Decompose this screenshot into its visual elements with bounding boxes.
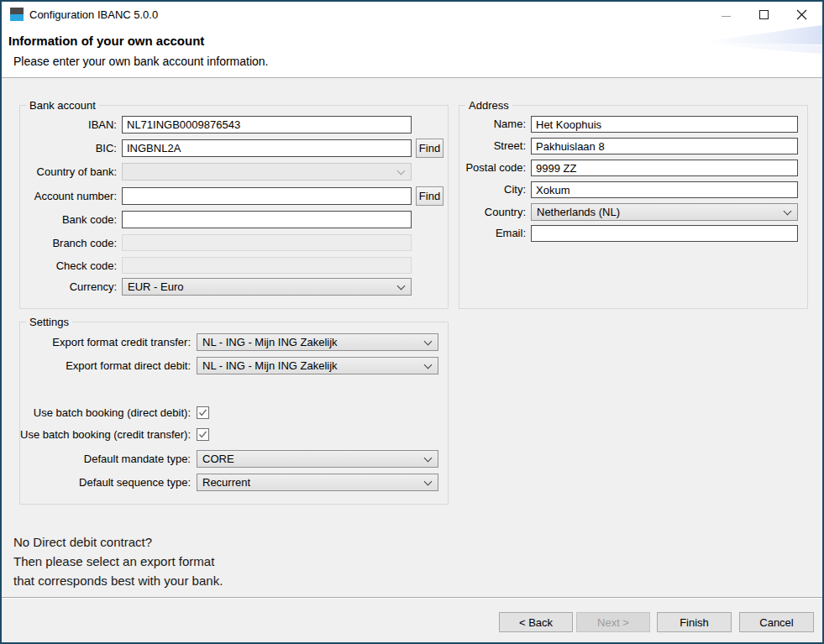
name-label: Name:	[459, 116, 526, 133]
postal-code-input[interactable]	[531, 160, 798, 176]
postal-code-label: Postal code:	[459, 160, 526, 176]
bic-label: BIC:	[20, 139, 117, 157]
batch-booking-credit-transfer-checkbox[interactable]	[197, 428, 209, 441]
name-input[interactable]	[531, 116, 798, 133]
note-line: No Direct debit contract?	[13, 532, 223, 552]
chevron-down-icon	[424, 454, 433, 463]
maximize-icon	[759, 10, 769, 19]
close-icon	[796, 9, 807, 20]
cancel-button[interactable]: Cancel	[739, 612, 814, 632]
settings-group: Settings Export format credit transfer: …	[19, 322, 449, 505]
app-logo-icon	[10, 8, 24, 21]
country-of-bank-label: Country of bank:	[20, 163, 117, 181]
account-number-find-button[interactable]: Find	[416, 186, 443, 206]
check-code-input	[122, 257, 412, 274]
title-bar: Configuration IBANC 5.0.0	[2, 2, 822, 27]
currency-select[interactable]: EUR - Euro	[122, 278, 412, 296]
iban-label: IBAN:	[20, 116, 117, 134]
direct-debit-note: No Direct debit contract? Then please se…	[13, 532, 223, 590]
bank-code-label: Bank code:	[20, 211, 117, 228]
chevron-down-icon	[424, 361, 433, 369]
maximize-button[interactable]	[745, 2, 783, 27]
export-credit-transfer-select[interactable]: NL - ING - Mijn ING Zakelijk	[197, 333, 438, 351]
chevron-down-icon	[784, 207, 792, 216]
branch-code-input	[122, 234, 412, 251]
default-mandate-type-label: Default mandate type:	[20, 450, 191, 468]
banner: Configuration IBANC 5.0.0 Information of…	[2, 2, 822, 78]
street-label: Street:	[459, 138, 526, 154]
footer-separator	[2, 597, 822, 599]
next-button: Next >	[576, 612, 650, 632]
page-title: Information of your own account	[8, 34, 204, 48]
check-code-label: Check code:	[20, 257, 117, 275]
default-sequence-type-select[interactable]: Recurrent	[197, 474, 438, 491]
export-direct-debit-select[interactable]: NL - ING - Mijn ING Zakelijk	[197, 357, 438, 374]
page-subtitle: Please enter your own bank account infor…	[13, 55, 269, 68]
chevron-down-icon	[397, 167, 406, 175]
street-input[interactable]	[531, 138, 798, 154]
address-group-legend: Address	[465, 99, 512, 112]
default-sequence-type-label: Default sequence type:	[20, 474, 191, 491]
minimize-button[interactable]	[707, 2, 745, 27]
batch-booking-credit-transfer-label: Use batch booking (credit transfer):	[20, 428, 191, 441]
note-line: Then please select an export format	[13, 552, 223, 571]
branch-code-label: Branch code:	[20, 234, 117, 252]
settings-group-legend: Settings	[26, 316, 72, 328]
bank-account-group: Bank account IBAN: BIC: Find Country of …	[19, 105, 449, 309]
bank-code-input[interactable]	[122, 211, 412, 228]
finish-button[interactable]: Finish	[657, 612, 732, 632]
close-button[interactable]	[783, 2, 821, 27]
chevron-down-icon	[424, 478, 433, 486]
note-line: that corresponds best with your bank.	[13, 571, 223, 590]
email-input[interactable]	[531, 225, 798, 242]
account-number-input[interactable]	[122, 187, 412, 205]
window-controls	[707, 2, 821, 27]
chevron-down-icon	[397, 282, 406, 291]
country-select[interactable]: Netherlands (NL)	[531, 203, 798, 221]
address-group: Address Name: Street: Postal code: City:…	[459, 105, 808, 309]
batch-booking-direct-debit-label: Use batch booking (direct debit):	[20, 406, 191, 419]
export-credit-transfer-label: Export format credit transfer:	[20, 333, 191, 351]
country-of-bank-select	[122, 163, 412, 181]
iban-input[interactable]	[122, 116, 412, 134]
back-button[interactable]: < Back	[499, 612, 573, 632]
chevron-down-icon	[424, 338, 433, 346]
export-direct-debit-label: Export format direct debit:	[20, 357, 191, 374]
currency-label: Currency:	[20, 278, 117, 296]
bic-input[interactable]	[122, 139, 412, 157]
default-mandate-type-select[interactable]: CORE	[197, 450, 438, 468]
check-icon	[197, 429, 208, 440]
minimize-icon	[722, 16, 731, 17]
bic-find-button[interactable]: Find	[416, 139, 443, 158]
city-label: City:	[459, 181, 526, 198]
batch-booking-direct-debit-checkbox[interactable]	[197, 406, 209, 419]
email-label: Email:	[459, 225, 526, 242]
configuration-wizard-window: Configuration IBANC 5.0.0 Information of…	[0, 0, 824, 644]
window-title: Configuration IBANC 5.0.0	[29, 8, 158, 21]
city-input[interactable]	[531, 181, 798, 198]
bank-account-group-legend: Bank account	[26, 99, 99, 112]
account-number-label: Account number:	[20, 187, 117, 205]
country-label: Country:	[459, 203, 526, 221]
banner-swoosh-graphic	[570, 25, 822, 79]
check-icon	[197, 407, 208, 418]
